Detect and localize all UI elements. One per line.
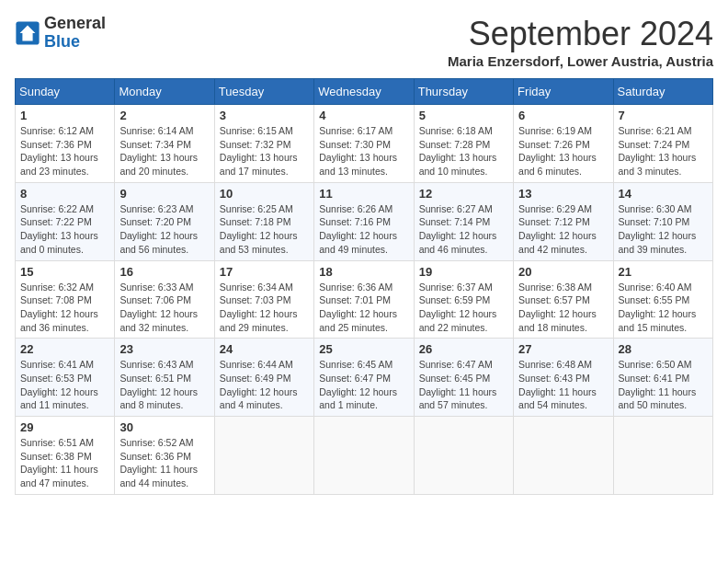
day-number: 23 <box>119 342 209 356</box>
day-info: Sunrise: 6:19 AMSunset: 7:26 PMDaylight:… <box>518 124 608 178</box>
calendar-cell <box>414 417 513 495</box>
logo-text: General Blue <box>44 15 106 52</box>
day-info: Sunrise: 6:17 AMSunset: 7:30 PMDaylight:… <box>319 124 408 178</box>
calendar-cell <box>214 417 313 495</box>
logo-icon <box>15 20 40 46</box>
calendar-cell: 21Sunrise: 6:40 AMSunset: 6:55 PMDayligh… <box>613 260 712 339</box>
calendar-table: SundayMondayTuesdayWednesdayThursdayFrid… <box>15 78 713 495</box>
day-number: 15 <box>20 265 109 279</box>
calendar-cell <box>613 417 712 495</box>
calendar-cell: 14Sunrise: 6:30 AMSunset: 7:10 PMDayligh… <box>613 182 712 260</box>
calendar-cell: 19Sunrise: 6:37 AMSunset: 6:59 PMDayligh… <box>414 260 513 339</box>
weekday-header-monday: Monday <box>115 79 214 105</box>
calendar-cell: 26Sunrise: 6:47 AMSunset: 6:45 PMDayligh… <box>414 339 513 417</box>
day-number: 8 <box>20 187 109 201</box>
calendar-week-row: 1Sunrise: 6:12 AMSunset: 7:36 PMDaylight… <box>16 105 713 183</box>
day-info: Sunrise: 6:18 AMSunset: 7:28 PMDaylight:… <box>419 124 508 178</box>
calendar-cell: 30Sunrise: 6:52 AMSunset: 6:36 PMDayligh… <box>115 417 214 495</box>
title-area: September 2024 Maria Enzersdorf, Lower A… <box>448 15 713 69</box>
month-title: September 2024 <box>448 15 713 53</box>
day-info: Sunrise: 6:22 AMSunset: 7:22 PMDaylight:… <box>20 202 109 257</box>
day-number: 21 <box>619 265 708 279</box>
calendar-cell <box>314 417 414 495</box>
calendar-cell: 16Sunrise: 6:33 AMSunset: 7:06 PMDayligh… <box>115 260 214 339</box>
day-number: 18 <box>319 265 408 279</box>
day-number: 28 <box>619 342 708 356</box>
day-number: 6 <box>518 109 608 122</box>
calendar-week-row: 8Sunrise: 6:22 AMSunset: 7:22 PMDaylight… <box>16 182 713 260</box>
day-info: Sunrise: 6:23 AMSunset: 7:20 PMDaylight:… <box>119 202 209 257</box>
day-number: 11 <box>319 187 408 201</box>
calendar-cell: 5Sunrise: 6:18 AMSunset: 7:28 PMDaylight… <box>414 105 513 183</box>
calendar-cell: 29Sunrise: 6:51 AMSunset: 6:38 PMDayligh… <box>16 417 115 495</box>
calendar-cell: 15Sunrise: 6:32 AMSunset: 7:08 PMDayligh… <box>16 260 115 339</box>
day-number: 13 <box>518 187 608 201</box>
day-number: 24 <box>220 342 309 356</box>
day-number: 29 <box>20 420 109 434</box>
day-number: 5 <box>419 109 508 122</box>
calendar-cell: 8Sunrise: 6:22 AMSunset: 7:22 PMDaylight… <box>16 182 115 260</box>
calendar-cell: 22Sunrise: 6:41 AMSunset: 6:53 PMDayligh… <box>16 339 115 417</box>
day-info: Sunrise: 6:47 AMSunset: 6:45 PMDaylight:… <box>419 358 508 412</box>
day-info: Sunrise: 6:15 AMSunset: 7:32 PMDaylight:… <box>220 124 309 178</box>
day-number: 7 <box>619 109 708 122</box>
day-info: Sunrise: 6:36 AMSunset: 7:01 PMDaylight:… <box>319 281 408 335</box>
day-number: 17 <box>220 265 309 279</box>
day-number: 30 <box>119 420 209 434</box>
calendar-cell <box>514 417 613 495</box>
day-info: Sunrise: 6:51 AMSunset: 6:38 PMDaylight:… <box>20 436 109 490</box>
calendar-cell: 10Sunrise: 6:25 AMSunset: 7:18 PMDayligh… <box>214 182 313 260</box>
day-number: 27 <box>518 342 608 356</box>
day-info: Sunrise: 6:29 AMSunset: 7:12 PMDaylight:… <box>518 202 608 257</box>
calendar-cell: 1Sunrise: 6:12 AMSunset: 7:36 PMDaylight… <box>16 105 115 183</box>
location-subtitle: Maria Enzersdorf, Lower Austria, Austria <box>448 53 713 69</box>
calendar-week-row: 29Sunrise: 6:51 AMSunset: 6:38 PMDayligh… <box>16 417 713 495</box>
day-number: 16 <box>119 265 209 279</box>
day-number: 10 <box>220 187 309 201</box>
day-info: Sunrise: 6:45 AMSunset: 6:47 PMDaylight:… <box>319 358 408 412</box>
calendar-cell: 24Sunrise: 6:44 AMSunset: 6:49 PMDayligh… <box>214 339 313 417</box>
day-info: Sunrise: 6:50 AMSunset: 6:41 PMDaylight:… <box>619 358 708 412</box>
day-info: Sunrise: 6:30 AMSunset: 7:10 PMDaylight:… <box>619 202 708 257</box>
logo: General Blue <box>15 15 106 52</box>
calendar-cell: 18Sunrise: 6:36 AMSunset: 7:01 PMDayligh… <box>314 260 414 339</box>
calendar-cell: 20Sunrise: 6:38 AMSunset: 6:57 PMDayligh… <box>514 260 613 339</box>
day-info: Sunrise: 6:25 AMSunset: 7:18 PMDaylight:… <box>220 202 309 257</box>
day-number: 14 <box>619 187 708 201</box>
day-info: Sunrise: 6:14 AMSunset: 7:34 PMDaylight:… <box>119 124 209 178</box>
calendar-cell: 23Sunrise: 6:43 AMSunset: 6:51 PMDayligh… <box>115 339 214 417</box>
day-number: 1 <box>20 109 109 122</box>
weekday-header-tuesday: Tuesday <box>214 79 313 105</box>
page-header: General Blue September 2024 Maria Enzers… <box>15 15 713 69</box>
day-number: 4 <box>319 109 408 122</box>
day-info: Sunrise: 6:21 AMSunset: 7:24 PMDaylight:… <box>619 124 708 178</box>
calendar-cell: 7Sunrise: 6:21 AMSunset: 7:24 PMDaylight… <box>613 105 712 183</box>
day-number: 26 <box>419 342 508 356</box>
calendar-header-row: SundayMondayTuesdayWednesdayThursdayFrid… <box>16 79 713 105</box>
day-number: 20 <box>518 265 608 279</box>
calendar-cell: 27Sunrise: 6:48 AMSunset: 6:43 PMDayligh… <box>514 339 613 417</box>
day-info: Sunrise: 6:33 AMSunset: 7:06 PMDaylight:… <box>119 281 209 335</box>
day-info: Sunrise: 6:44 AMSunset: 6:49 PMDaylight:… <box>220 358 309 412</box>
day-number: 22 <box>20 342 109 356</box>
calendar-cell: 4Sunrise: 6:17 AMSunset: 7:30 PMDaylight… <box>314 105 414 183</box>
calendar-cell: 6Sunrise: 6:19 AMSunset: 7:26 PMDaylight… <box>514 105 613 183</box>
day-number: 25 <box>319 342 408 356</box>
calendar-cell: 12Sunrise: 6:27 AMSunset: 7:14 PMDayligh… <box>414 182 513 260</box>
day-number: 12 <box>419 187 508 201</box>
calendar-week-row: 15Sunrise: 6:32 AMSunset: 7:08 PMDayligh… <box>16 260 713 339</box>
weekday-header-saturday: Saturday <box>613 79 712 105</box>
calendar-cell: 3Sunrise: 6:15 AMSunset: 7:32 PMDaylight… <box>214 105 313 183</box>
calendar-cell: 28Sunrise: 6:50 AMSunset: 6:41 PMDayligh… <box>613 339 712 417</box>
day-info: Sunrise: 6:52 AMSunset: 6:36 PMDaylight:… <box>119 436 209 490</box>
day-info: Sunrise: 6:43 AMSunset: 6:51 PMDaylight:… <box>119 358 209 412</box>
day-number: 19 <box>419 265 508 279</box>
calendar-cell: 13Sunrise: 6:29 AMSunset: 7:12 PMDayligh… <box>514 182 613 260</box>
day-number: 2 <box>119 109 209 122</box>
day-info: Sunrise: 6:34 AMSunset: 7:03 PMDaylight:… <box>220 281 309 335</box>
day-info: Sunrise: 6:48 AMSunset: 6:43 PMDaylight:… <box>518 358 608 412</box>
calendar-week-row: 22Sunrise: 6:41 AMSunset: 6:53 PMDayligh… <box>16 339 713 417</box>
day-info: Sunrise: 6:37 AMSunset: 6:59 PMDaylight:… <box>419 281 508 335</box>
weekday-header-thursday: Thursday <box>414 79 513 105</box>
day-info: Sunrise: 6:32 AMSunset: 7:08 PMDaylight:… <box>20 281 109 335</box>
